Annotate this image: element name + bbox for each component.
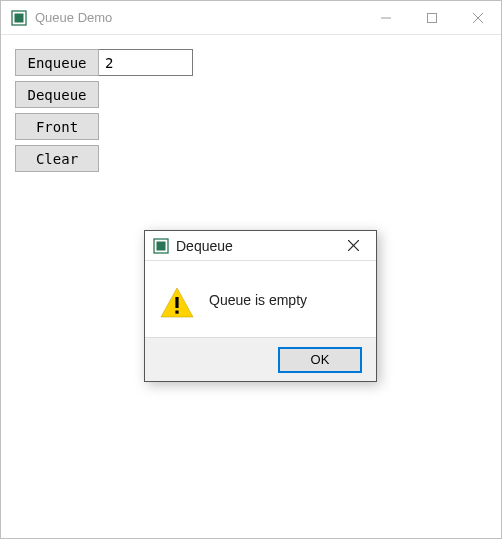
dialog-app-icon bbox=[153, 238, 169, 254]
dialog-titlebar: Dequeue bbox=[145, 231, 376, 261]
titlebar: Queue Demo bbox=[1, 1, 501, 35]
enqueue-button[interactable]: Enqueue bbox=[15, 49, 99, 76]
svg-rect-1 bbox=[15, 13, 24, 22]
dialog-close-button[interactable] bbox=[336, 234, 370, 258]
svg-rect-3 bbox=[428, 13, 437, 22]
svg-rect-11 bbox=[175, 297, 178, 308]
dequeue-button[interactable]: Dequeue bbox=[15, 81, 99, 108]
warning-icon bbox=[159, 285, 195, 321]
main-window: Queue Demo Enqueue Dequeue bbox=[0, 0, 502, 539]
maximize-button[interactable] bbox=[409, 1, 455, 34]
dialog-footer: OK bbox=[145, 337, 376, 381]
clear-button[interactable]: Clear bbox=[15, 145, 99, 172]
minimize-button[interactable] bbox=[363, 1, 409, 34]
close-button[interactable] bbox=[455, 1, 501, 34]
svg-rect-7 bbox=[157, 241, 166, 250]
window-title: Queue Demo bbox=[35, 10, 112, 25]
dialog-ok-button[interactable]: OK bbox=[278, 347, 362, 373]
message-dialog: Dequeue Queue is empty bbox=[144, 230, 377, 382]
window-controls bbox=[363, 1, 501, 34]
dialog-body: Queue is empty bbox=[145, 261, 376, 337]
dialog-title: Dequeue bbox=[176, 238, 233, 254]
enqueue-input[interactable] bbox=[99, 49, 193, 76]
client-area: Enqueue Dequeue Front Clear Dequeue bbox=[1, 35, 501, 538]
dialog-message: Queue is empty bbox=[209, 292, 307, 314]
svg-rect-12 bbox=[175, 311, 178, 314]
front-button[interactable]: Front bbox=[15, 113, 99, 140]
app-icon bbox=[11, 10, 27, 26]
